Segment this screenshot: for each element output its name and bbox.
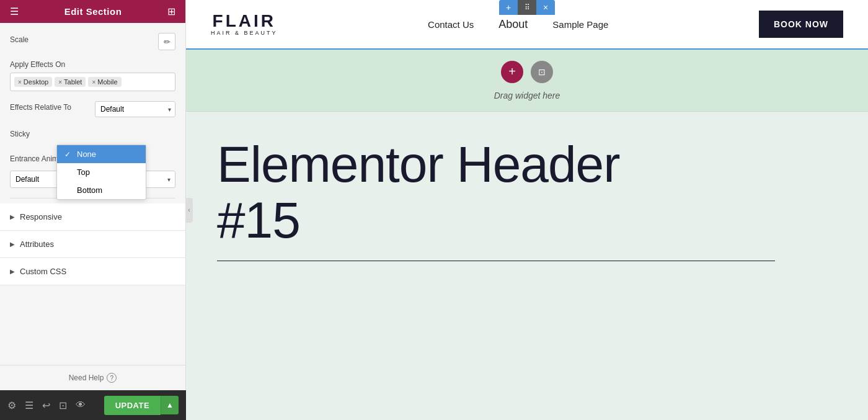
move-element-button[interactable]: ⠿ <box>518 0 536 15</box>
sticky-none-label: None <box>77 150 96 159</box>
panel-header: ☰ Edit Section ⊞ <box>0 0 185 23</box>
scale-row: Scale ✏ <box>10 33 175 50</box>
layers-icon[interactable]: ☰ <box>25 400 33 411</box>
scale-edit-button[interactable]: ✏ <box>158 33 175 50</box>
need-help-row: Need Help ? <box>10 373 175 383</box>
book-now-button[interactable]: BOOK NOW <box>759 11 843 38</box>
attributes-label: Attributes <box>20 239 54 249</box>
tag-mobile: × Mobile <box>88 77 121 87</box>
main-heading-line2: #15 <box>217 192 837 248</box>
nav-items: Contact Us About Sample Page <box>428 18 608 31</box>
tag-mobile-remove[interactable]: × <box>92 79 95 86</box>
widget-drop-zone[interactable]: + ⊡ Drag widget here <box>186 50 868 112</box>
drag-widget-button[interactable]: ⊡ <box>531 61 553 83</box>
close-element-button[interactable]: × <box>536 0 555 15</box>
sticky-bottom-label: Bottom <box>77 185 102 195</box>
effects-relative-row: Effects Relative To Default ▾ <box>10 101 175 117</box>
main-heading: Elementor Header #15 <box>217 136 837 248</box>
panel-body: Scale ✏ Apply Effects On × Desktop × Tab… <box>0 23 185 365</box>
drag-text: Drag widget here <box>494 91 560 101</box>
bottom-left-icons: ⚙ ☰ ↩ ⊡ 👁 <box>7 400 86 411</box>
main-content: Elementor Header #15 <box>186 112 868 420</box>
main-content-divider <box>217 261 775 261</box>
effects-relative-select-wrapper: Default ▾ <box>95 101 175 117</box>
preview-icon[interactable]: 👁 <box>76 400 86 411</box>
element-toolbar: + ⠿ × <box>499 0 555 15</box>
grid-icon[interactable]: ⊞ <box>167 6 175 17</box>
tag-tablet-remove[interactable]: × <box>58 79 62 86</box>
sticky-option-top[interactable]: Top <box>57 163 146 181</box>
preview-area: + ⠿ × FLAIR HAIR & BEAUTY Contact Us Abo… <box>186 0 868 420</box>
check-icon: ✓ <box>64 150 73 159</box>
hamburger-icon[interactable]: ☰ <box>10 6 19 17</box>
logo-sub: HAIR & BEAUTY <box>211 30 278 36</box>
update-dropdown-button[interactable]: ▲ <box>161 396 179 414</box>
custom-css-section[interactable]: ▶ Custom CSS <box>0 258 185 285</box>
scale-label: Scale <box>10 35 29 44</box>
logo-area: FLAIR HAIR & BEAUTY <box>211 12 278 36</box>
history-icon[interactable]: ↩ <box>42 400 50 411</box>
responsive-section[interactable]: ▶ Responsive <box>0 203 185 231</box>
template-icon[interactable]: ⊡ <box>59 400 67 411</box>
panel-title: Edit Section <box>64 6 122 17</box>
panel-collapse-handle[interactable]: ‹ <box>185 198 193 223</box>
effects-relative-label: Effects Relative To <box>10 103 71 112</box>
drag-widget-icon: ⊡ <box>538 67 546 77</box>
need-help-text: Need Help <box>69 373 104 382</box>
effects-relative-select[interactable]: Default <box>95 101 175 117</box>
sticky-trigger[interactable] <box>86 127 175 145</box>
sticky-label: Sticky <box>10 130 30 138</box>
bottom-bar: ⚙ ☰ ↩ ⊡ 👁 UPDATE ▲ <box>0 390 186 420</box>
tag-tablet: × Tablet <box>55 77 86 87</box>
apply-effects-label: Apply Effects On <box>10 60 175 69</box>
logo-main: FLAIR <box>213 12 276 30</box>
update-button-group: UPDATE ▲ <box>104 396 179 415</box>
attributes-arrow-icon: ▶ <box>10 241 15 248</box>
custom-css-label: Custom CSS <box>20 267 66 276</box>
effects-tags-input[interactable]: × Desktop × Tablet × Mobile <box>10 73 175 91</box>
main-heading-line1: Elementor Header <box>217 136 837 192</box>
sticky-row: Sticky ✓ None Top Bottom <box>10 127 175 145</box>
responsive-arrow-icon: ▶ <box>10 213 15 220</box>
site-header: + ⠿ × FLAIR HAIR & BEAUTY Contact Us Abo… <box>186 0 868 50</box>
settings-icon[interactable]: ⚙ <box>7 400 16 411</box>
nav-about[interactable]: About <box>498 18 528 31</box>
attributes-section[interactable]: ▶ Attributes <box>0 231 185 258</box>
edit-panel: ☰ Edit Section ⊞ Scale ✏ Apply Effects O… <box>0 0 186 420</box>
sticky-option-bottom[interactable]: Bottom <box>57 181 146 199</box>
apply-effects-row: Apply Effects On × Desktop × Tablet × Mo… <box>10 60 175 91</box>
custom-css-arrow-icon: ▶ <box>10 268 15 275</box>
sticky-top-label: Top <box>77 168 90 177</box>
update-button[interactable]: UPDATE <box>104 396 161 415</box>
sticky-option-none[interactable]: ✓ None <box>57 145 146 163</box>
add-widget-button[interactable]: + <box>501 61 523 83</box>
tag-desktop-remove[interactable]: × <box>18 79 22 86</box>
widget-buttons: + ⊡ <box>501 61 553 83</box>
nav-sample[interactable]: Sample Page <box>552 19 608 30</box>
nav-contact[interactable]: Contact Us <box>428 19 474 30</box>
tag-desktop: × Desktop <box>14 77 52 87</box>
add-element-button[interactable]: + <box>499 0 518 15</box>
sticky-dropdown[interactable]: ✓ None Top Bottom <box>56 145 146 200</box>
responsive-label: Responsive <box>20 212 62 221</box>
help-icon[interactable]: ? <box>107 373 117 383</box>
